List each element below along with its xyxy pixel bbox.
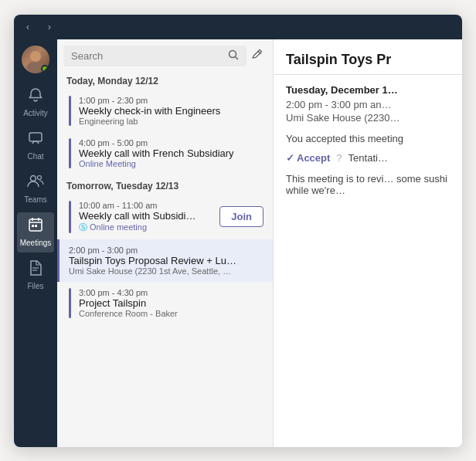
main-layout: Activity Chat [14,39,462,447]
meeting-item-selected[interactable]: 2:00 pm - 3:00 pm Tailspin Toys Proposal… [57,239,273,282]
meeting-item[interactable]: 3:00 pm - 4:30 pm Project Tailspin Confe… [57,282,273,324]
meeting-bar [69,201,71,233]
tomorrow-header: Tomorrow, Tuesday 12/13 [57,175,273,195]
sidebar-item-label-chat: Chat [27,152,43,161]
meeting-item[interactable]: 1:00 pm - 2:30 pm Weekly check-in with E… [57,90,273,132]
rsvp-row: ✓ Accept ? Tentati… [286,152,450,164]
meeting-bar [69,96,71,126]
meeting-time: 2:00 pm - 3:00 pm [69,246,264,255]
meeting-bar [69,288,71,318]
forward-button[interactable]: › [43,21,56,33]
calendar-icon [28,217,43,232]
meeting-bar [69,138,71,168]
meeting-time: 3:00 pm - 4:30 pm [79,288,264,297]
svg-point-3 [31,176,36,181]
meetings-icon [28,217,43,236]
sidebar-item-meetings[interactable]: Meetings [17,212,54,253]
detail-time: 2:00 pm - 3:00 pm an… [286,99,450,110]
svg-line-14 [236,56,239,59]
app-window: ‹ › [14,15,462,447]
svg-point-4 [38,176,42,180]
bell-icon [28,87,43,103]
avatar[interactable] [22,46,49,73]
meeting-location: Engineering lab [79,117,264,126]
right-panel: Tailspin Toys Pr Tuesday, December 1… 2:… [274,39,462,447]
accept-label: Accept [297,152,330,164]
search-wrapper [63,46,246,66]
meeting-content: 3:00 pm - 4:30 pm Project Tailspin Confe… [79,288,264,318]
meeting-location-online: Ⓢ Online meeting [79,222,215,233]
skype-icon: Ⓢ [79,222,87,232]
sidebar-item-activity[interactable]: Activity [17,83,54,123]
accepted-text: You accepted this meeting [286,133,450,144]
sidebar-item-label-teams: Teams [24,195,46,204]
meeting-title: Tailspin Toys Proposal Review + Lu… [69,255,264,266]
rsvp-tentative-button[interactable]: Tentati… [348,152,388,164]
activity-icon [28,87,43,107]
sidebar-item-label-files: Files [27,282,43,290]
svg-rect-9 [32,225,34,227]
svg-rect-10 [35,225,37,227]
meeting-time: 4:00 pm - 5:00 pm [79,138,264,147]
middle-panel: Today, Monday 12/12 1:00 pm - 2:30 pm We… [57,39,274,447]
sidebar-item-chat[interactable]: Chat [17,126,54,166]
file-icon [29,260,42,276]
today-header: Today, Monday 12/12 [57,69,273,90]
detail-location: Umi Sake House (2230… [286,112,450,124]
join-button[interactable]: Join [219,206,264,227]
svg-rect-2 [29,133,42,141]
sidebar-item-files[interactable]: Files [17,256,54,296]
online-meeting-label: Online meeting [90,222,147,232]
files-icon [29,260,42,280]
meeting-time: 1:00 pm - 2:30 pm [79,96,264,105]
detail-title: Tailspin Toys Pr [286,52,450,68]
meeting-location: Umi Sake House (2230 1st Ave, Seattle, … [69,266,264,276]
rsvp-separator: ? [336,152,342,164]
avatar-status-indicator [41,65,49,73]
meeting-content: 2:00 pm - 3:00 pm Tailspin Toys Proposal… [69,246,264,276]
sidebar-item-label-activity: Activity [23,109,48,117]
detail-description: This meeting is to revi… some sushi whil… [286,173,450,196]
meeting-item-inner: 10:00 am - 11:00 am Weekly call with Sub… [79,201,264,233]
meeting-location-online: Online Meeting [79,159,264,168]
meeting-content: 10:00 am - 11:00 am Weekly call with Sub… [79,201,215,233]
meeting-list: 1:00 pm - 2:30 pm Weekly check-in with E… [57,90,273,447]
meeting-title: Weekly call with French Subsidiary [79,147,264,159]
compose-icon[interactable] [251,49,264,63]
meeting-content: 1:00 pm - 2:30 pm Weekly check-in with E… [79,96,264,126]
meeting-title: Weekly call with Subsidi… [79,210,215,222]
search-icon [228,49,239,63]
meeting-item[interactable]: 10:00 am - 11:00 am Weekly call with Sub… [57,195,273,239]
back-button[interactable]: ‹ [22,21,34,33]
detail-body: Tuesday, December 1… 2:00 pm - 3:00 pm a… [274,75,462,447]
teams-group-icon [27,174,44,189]
detail-date: Tuesday, December 1… [286,84,450,96]
chat-icon [28,131,43,150]
meeting-item[interactable]: 4:00 pm - 5:00 pm Weekly call with Frenc… [57,132,273,175]
meeting-content: 4:00 pm - 5:00 pm Weekly call with Frenc… [79,138,264,168]
title-bar: ‹ › [14,15,462,39]
meeting-title: Weekly check-in with Engineers [79,105,264,117]
rsvp-accept-button[interactable]: ✓ Accept [286,152,330,164]
sidebar-item-teams[interactable]: Teams [17,169,54,209]
checkmark-icon: ✓ [286,152,294,164]
meeting-location: Conference Room - Baker [79,309,264,318]
meeting-time: 10:00 am - 11:00 am [79,201,215,210]
teams-icon [27,174,44,193]
svg-point-13 [230,50,236,57]
svg-point-0 [30,51,41,62]
search-row [57,46,273,66]
sidebar-item-label-meetings: Meetings [20,239,52,247]
detail-header: Tailspin Toys Pr [274,39,462,75]
chat-bubble-icon [28,131,43,146]
meeting-title: Project Tailspin [79,297,264,309]
sidebar: Activity Chat [14,39,57,447]
search-input[interactable] [71,50,223,62]
